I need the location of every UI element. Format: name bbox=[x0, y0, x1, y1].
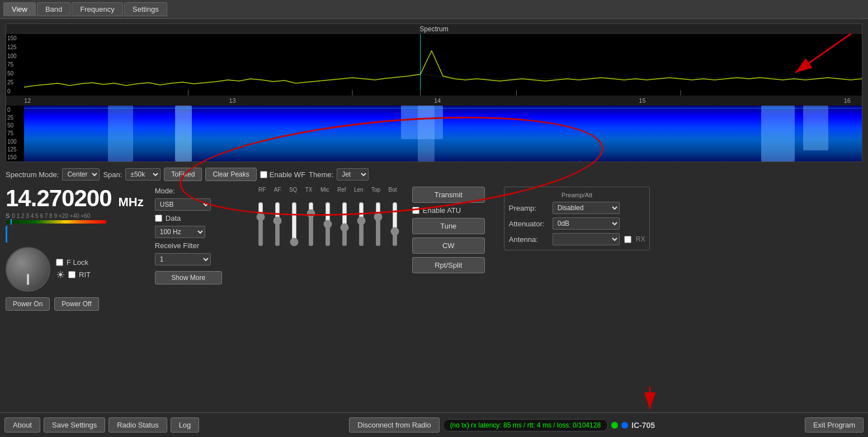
sq-slider[interactable] bbox=[288, 202, 300, 246]
to-fixed-button[interactable]: ToFixed bbox=[164, 168, 202, 181]
sliders-panel: RF AF SQ TX Mic Ref Len Top Bot bbox=[254, 187, 401, 246]
tuning-knob[interactable] bbox=[6, 247, 50, 292]
rit-label: RIT bbox=[79, 270, 91, 279]
preamp-label: Preamp: bbox=[509, 204, 548, 212]
tab-view[interactable]: View bbox=[3, 2, 36, 16]
antenna-select[interactable] bbox=[553, 233, 620, 245]
sliders-cols bbox=[254, 196, 401, 246]
x-labels: 12 13 14 15 16 bbox=[24, 97, 862, 104]
power-row: Power On Power Off bbox=[6, 297, 144, 311]
data-checkbox-row: Data bbox=[155, 214, 244, 222]
power-off-button[interactable]: Power Off bbox=[54, 297, 98, 311]
status-dot-green bbox=[611, 422, 618, 429]
clear-peaks-button[interactable]: Clear Peaks bbox=[205, 168, 256, 181]
mic-slider[interactable] bbox=[322, 202, 334, 246]
ref-slider-wrap bbox=[338, 202, 351, 246]
enable-wf-label: Enable WF bbox=[270, 170, 305, 179]
data-checkbox[interactable] bbox=[155, 215, 162, 222]
rf-slider[interactable] bbox=[254, 202, 267, 246]
mode-panel: Mode: USB LSB AM FM CW Data 100 Hz bbox=[155, 187, 244, 265]
spectrum-graph[interactable]: 150 125 100 75 50 25 0 bbox=[6, 34, 862, 96]
smeter-column bbox=[6, 226, 7, 243]
smeter: S 0 1 2 3 4 5 6 7 8 9 +20 +40 +60 bbox=[6, 212, 144, 243]
f-lock-row: F Lock bbox=[56, 258, 91, 267]
slider-col-labels: RF AF SQ TX Mic Ref Len Top Bot bbox=[254, 187, 401, 193]
receive-filter-select[interactable]: 1 2 3 bbox=[155, 253, 211, 265]
svg-rect-0 bbox=[24, 34, 862, 96]
f-lock-label: F Lock bbox=[67, 258, 88, 267]
rit-checkbox[interactable] bbox=[68, 271, 76, 278]
mic-slider-wrap bbox=[322, 202, 334, 246]
enable-atu-checkbox[interactable] bbox=[412, 207, 419, 214]
mode-select[interactable]: USB LSB AM FM CW bbox=[155, 198, 211, 211]
preamp-panel: Preamp/Att Preamp: Disabled Preamp 1 Pre… bbox=[504, 187, 650, 250]
exit-program-button[interactable]: Exit Program bbox=[805, 417, 864, 433]
controls-row: Spectrum Mode: Center Fixed Span: ±50k ±… bbox=[6, 165, 862, 183]
spectrum-mode-select[interactable]: Center Fixed bbox=[62, 168, 100, 180]
smeter-bar bbox=[6, 220, 106, 224]
save-settings-button[interactable]: Save Settings bbox=[44, 417, 105, 433]
smeter-s-label: S bbox=[6, 212, 10, 219]
enable-atu-label: Enable ATU bbox=[423, 206, 461, 215]
tx-slider-wrap bbox=[305, 202, 317, 246]
mode-sliders-panel: Mode: USB LSB AM FM CW Data 100 Hz bbox=[155, 187, 244, 284]
data-label: Data bbox=[166, 214, 181, 222]
top-slider[interactable] bbox=[372, 202, 384, 246]
preamp-title: Preamp/Att bbox=[509, 192, 645, 198]
rx-label: RX bbox=[636, 235, 645, 243]
len-slider[interactable] bbox=[355, 202, 367, 246]
tab-frequency[interactable]: Frequency bbox=[72, 2, 122, 16]
rpt-split-button[interactable]: Rpt/Split bbox=[412, 257, 485, 273]
tune-button[interactable]: Tune bbox=[412, 218, 485, 234]
sq-slider-wrap bbox=[288, 202, 300, 246]
attenuator-row: Attenuator: 0dB 6dB 12dB 18dB bbox=[509, 217, 645, 230]
spectrum-yaxis: 150 125 100 75 50 25 0 bbox=[6, 34, 24, 96]
top-slider-wrap bbox=[372, 202, 384, 246]
show-more-button[interactable]: Show More bbox=[155, 271, 222, 284]
frequency-unit: MHz bbox=[119, 195, 144, 210]
waterfall[interactable]: 0 25 50 75 100 125 150 bbox=[6, 106, 862, 162]
tab-settings[interactable]: Settings bbox=[124, 2, 167, 16]
knob-marker bbox=[27, 274, 29, 285]
tab-band[interactable]: Band bbox=[37, 2, 70, 16]
f-lock-checkbox[interactable] bbox=[56, 259, 63, 266]
attenuator-label: Attenuator: bbox=[509, 220, 548, 228]
disconnect-button[interactable]: Disconnect from Radio bbox=[349, 417, 440, 433]
bottom-bar: About Save Settings Radio Status Log Dis… bbox=[0, 412, 868, 437]
log-button[interactable]: Log bbox=[171, 417, 200, 433]
antenna-row: Antenna: RX bbox=[509, 233, 645, 245]
af-slider[interactable] bbox=[271, 202, 284, 246]
rf-slider-wrap bbox=[254, 202, 267, 246]
spectrum-svg bbox=[24, 34, 862, 96]
model-label: IC-705 bbox=[631, 421, 655, 430]
tx-slider[interactable] bbox=[305, 202, 317, 246]
freq-row: 14.270200 MHz bbox=[6, 187, 144, 210]
spectrum-panel: Spectrum 150 125 100 75 50 25 0 bbox=[6, 23, 862, 162]
attenuator-select[interactable]: 0dB 6dB 12dB 18dB bbox=[553, 217, 620, 230]
rx-checkbox[interactable] bbox=[624, 236, 631, 243]
radio-status-button[interactable]: Radio Status bbox=[108, 417, 167, 433]
annotation-arrow-bottom bbox=[633, 381, 667, 415]
spectrum-title: Spectrum bbox=[6, 24, 862, 34]
mode-label: Mode: bbox=[155, 187, 244, 195]
bot-slider-wrap bbox=[389, 202, 401, 246]
waterfall-yaxis: 0 25 50 75 100 125 150 bbox=[6, 106, 24, 162]
waterfall-body bbox=[24, 106, 862, 162]
about-button[interactable]: About bbox=[4, 417, 40, 433]
span-select[interactable]: ±50k ±100k ±200k bbox=[125, 168, 161, 180]
power-on-button[interactable]: Power On bbox=[6, 297, 50, 311]
antenna-label: Antenna: bbox=[509, 235, 548, 244]
cw-button[interactable]: CW bbox=[412, 238, 485, 254]
theme-select[interactable]: Jet Gray bbox=[337, 168, 369, 180]
rit-icon: ☀ bbox=[56, 269, 65, 281]
freq-step-select[interactable]: 100 Hz 1 kHz 10 kHz bbox=[155, 226, 205, 238]
ref-slider[interactable] bbox=[338, 202, 351, 246]
enable-wf-checkbox[interactable] bbox=[260, 171, 267, 178]
span-label: Span: bbox=[103, 170, 122, 179]
af-slider-wrap bbox=[271, 202, 284, 246]
frequency-display: 14.270200 bbox=[6, 187, 112, 210]
preamp-select[interactable]: Disabled Preamp 1 Preamp 2 bbox=[553, 202, 620, 214]
bot-slider[interactable] bbox=[389, 202, 401, 246]
transmit-button[interactable]: Transmit bbox=[412, 187, 485, 203]
enable-atu-row: Enable ATU bbox=[412, 206, 490, 215]
